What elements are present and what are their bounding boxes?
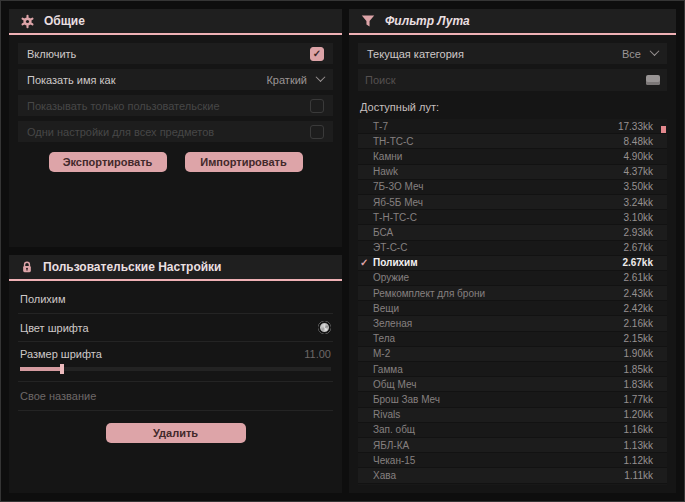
loot-list-item[interactable]: Полихим 2.67kk: [358, 256, 667, 271]
scrollbar-thumb[interactable]: [661, 126, 666, 133]
loot-item-name: Зеленая: [373, 318, 412, 329]
loot-item-price: 1.12kk: [624, 455, 653, 466]
loot-item-price: 4.37kk: [624, 166, 653, 177]
loot-filter-panel: Фильтр Лута Текущая категория Все Доступ…: [349, 9, 676, 493]
loot-item-name: Камни: [373, 151, 402, 162]
loot-list-item[interactable]: Оружие 2.61kk: [358, 271, 667, 286]
loot-item-name: Оружие: [373, 272, 409, 283]
keyboard-icon[interactable]: [646, 75, 660, 85]
loot-item-name: Т-Н-ТС-С: [373, 212, 417, 223]
loot-item-name: ЭТ-С-С: [373, 242, 407, 253]
enable-row: Включить: [18, 43, 333, 64]
font-color-row: Цвет шрифта: [18, 313, 333, 341]
color-wheel-icon[interactable]: [318, 321, 331, 334]
loot-item-name: 7Б-3О Меч: [373, 181, 423, 192]
loot-item-price: 3.10kk: [624, 212, 653, 223]
loot-item-name: Полихим: [373, 257, 418, 268]
loot-item-name: М-2: [373, 348, 390, 359]
one-settings-checkbox[interactable]: [310, 125, 324, 139]
loot-list-item[interactable]: БСА 2.93kk: [358, 225, 667, 240]
loot-list-item[interactable]: Hawk 4.37kk: [358, 165, 667, 180]
loot-item-price: 1.85kk: [624, 364, 653, 375]
loot-item-price: 1.83kk: [624, 379, 653, 390]
loot-list-item[interactable]: Тела 2.15kk: [358, 332, 667, 347]
loot-list-item[interactable]: ЭТ-С-С 2.67kk: [358, 241, 667, 256]
loot-item-price: 17.33kk: [618, 121, 653, 132]
loot-item-name: Брош Зав Меч: [373, 394, 440, 405]
funnel-icon: [360, 14, 376, 28]
category-dropdown[interactable]: Все: [622, 48, 658, 60]
loot-list-item[interactable]: Т-Н-ТС-С 3.10kk: [358, 210, 667, 225]
loot-list[interactable]: Т-7 17.33kk ТН-ТС-С 8.48kk Камни 4.90kk …: [358, 119, 667, 485]
loot-item-price: 1.77kk: [624, 394, 653, 405]
delete-button[interactable]: Удалить: [106, 423, 246, 443]
loot-list-item[interactable]: Хава 1.11kk: [358, 468, 667, 483]
loot-item-price: 2.61kk: [624, 272, 653, 283]
loot-item-price: 2.42kk: [624, 303, 653, 314]
loot-list-item[interactable]: Общ Меч 1.83kk: [358, 377, 667, 392]
loot-list-item[interactable]: Зеленая 2.16kk: [358, 316, 667, 331]
loot-item-name: Хава: [373, 470, 396, 481]
font-size-label: Размер шрифта: [20, 348, 102, 360]
import-button[interactable]: Импортировать: [185, 152, 303, 172]
loot-item-price: 1.11kk: [624, 470, 653, 481]
loot-list-item[interactable]: Вещи 2.42kk: [358, 301, 667, 316]
search-input[interactable]: [365, 74, 646, 86]
category-label: Текущая категория: [367, 48, 464, 60]
loot-item-name: Тела: [373, 333, 395, 344]
enable-checkbox[interactable]: [310, 47, 324, 61]
loot-filter-panel-body: Текущая категория Все Доступный лут: Т-7…: [349, 35, 676, 493]
chevron-down-icon: [650, 46, 660, 56]
export-import-row: Экспортировать Импортировать: [18, 152, 333, 172]
loot-list-item[interactable]: Яб-5Б Меч 3.24kk: [358, 195, 667, 210]
loot-list-item[interactable]: 7Б-3О Меч 3.50kk: [358, 180, 667, 195]
enable-label: Включить: [27, 48, 76, 60]
loot-item-name: Чекан-15: [373, 455, 415, 466]
font-size-slider[interactable]: [20, 367, 331, 371]
loot-item-name: Ремкомплект для брони: [373, 288, 485, 299]
only-custom-checkbox[interactable]: [310, 99, 324, 113]
loot-item-name: Гамма: [373, 364, 403, 375]
loot-item-name: Т-7: [373, 121, 388, 132]
loot-list-item[interactable]: Зап. общ 1.16kk: [358, 423, 667, 438]
loot-list-item[interactable]: Ремкомплект для брони 2.43kk: [358, 286, 667, 301]
loot-item-name: Rivals: [373, 409, 400, 420]
loot-list-item[interactable]: Яб-ПКНМ Меч 1.10kk: [358, 484, 667, 486]
loot-list-item[interactable]: Брош Зав Меч 1.77kk: [358, 392, 667, 407]
font-color-label: Цвет шрифта: [20, 322, 89, 334]
loot-item-price: 1.20kk: [624, 409, 653, 420]
selected-check-icon: [360, 257, 373, 268]
available-loot-label: Доступный лут:: [360, 101, 665, 113]
gear-icon: [20, 14, 35, 29]
general-panel: Общие Включить Показать имя как Краткий …: [9, 9, 342, 247]
name-display-dropdown[interactable]: Краткий: [266, 74, 324, 86]
export-button[interactable]: Экспортировать: [49, 152, 167, 172]
loot-list-item[interactable]: Камни 4.90kk: [358, 149, 667, 164]
loot-item-name: ЯБЛ-КА: [373, 440, 409, 451]
loot-list-item[interactable]: Rivals 1.20kk: [358, 408, 667, 423]
loot-item-name: Вещи: [373, 303, 399, 314]
loot-list-item[interactable]: Чекан-15 1.12kk: [358, 453, 667, 468]
font-size-value: 11.00: [304, 348, 331, 360]
loot-list-item[interactable]: ЯБЛ-КА 1.13kk: [358, 438, 667, 453]
loot-item-price: 3.24kk: [624, 197, 653, 208]
general-panel-title: Общие: [44, 14, 85, 28]
general-panel-header: Общие: [9, 9, 342, 35]
font-size-block: Размер шрифта 11.00: [18, 341, 333, 381]
general-panel-body: Включить Показать имя как Краткий Показы…: [9, 35, 342, 247]
loot-item-name: БСА: [373, 227, 393, 238]
loot-list-item[interactable]: ТН-ТС-С 8.48kk: [358, 134, 667, 149]
loot-list-item[interactable]: Т-7 17.33kk: [358, 119, 667, 134]
loot-item-price: 3.50kk: [624, 181, 653, 192]
one-settings-row: Одни настройки для всех предметов: [18, 121, 333, 142]
loot-item-price: 4.90kk: [624, 151, 653, 162]
slider-handle[interactable]: [60, 364, 64, 374]
loot-list-item[interactable]: Гамма 1.85kk: [358, 362, 667, 377]
loot-filter-panel-header: Фильтр Лута: [349, 9, 676, 35]
loot-list-item[interactable]: М-2 1.90kk: [358, 347, 667, 362]
loot-filter-window: Общие Включить Показать имя как Краткий …: [0, 0, 685, 502]
loot-item-price: 8.48kk: [624, 136, 653, 147]
custom-name-input[interactable]: [18, 381, 333, 411]
category-row: Текущая категория Все: [358, 43, 667, 64]
loot-item-price: 1.90kk: [624, 348, 653, 359]
